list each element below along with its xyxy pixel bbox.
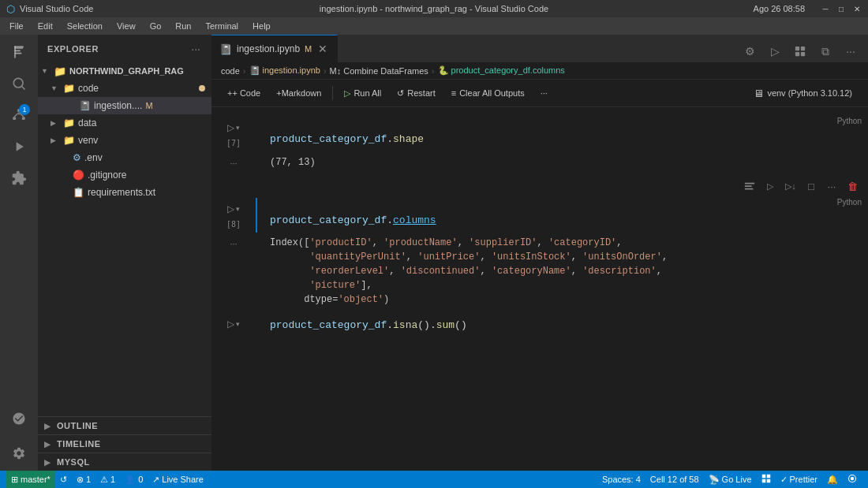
cell-3-run-area: ▷ ▾ product_category_df.isna().sum() xyxy=(211,313,868,338)
errors-status[interactable]: ⊗ 1 xyxy=(72,471,95,488)
menu-selection[interactable]: Selection xyxy=(61,20,109,32)
variables-button[interactable] xyxy=(789,40,811,62)
tree-code-folder[interactable]: ▼ 📁 code xyxy=(38,80,211,97)
run-all-button[interactable]: ▷ Run All xyxy=(338,84,387,102)
svg-rect-1 xyxy=(14,47,24,48)
cell-3: ▷ ▾ product_category_df.isna().sum() xyxy=(211,313,868,338)
warning-icon: ⚠ xyxy=(100,475,108,485)
bell-icon: 🔔 xyxy=(827,475,838,485)
more-toolbar-button[interactable]: ··· xyxy=(534,84,554,102)
menu-run[interactable]: Run xyxy=(169,20,197,32)
cell-run-below-button[interactable]: ▷↓ xyxy=(781,177,800,196)
timeline-header[interactable]: ▶ TIMELINE xyxy=(38,435,211,453)
menu-view[interactable]: View xyxy=(110,20,142,32)
remote-status[interactable]: ⊞ master* xyxy=(6,471,55,488)
broadcast-status[interactable] xyxy=(843,471,862,488)
activity-run-debug[interactable] xyxy=(5,132,33,161)
cell-position-status[interactable]: Cell 12 of 58 xyxy=(645,471,704,488)
vscode-icon: ⬡ xyxy=(6,3,15,15)
menu-edit[interactable]: Edit xyxy=(32,20,59,32)
activity-explorer[interactable] xyxy=(5,38,33,66)
activity-search[interactable] xyxy=(5,69,33,98)
cell-2-code[interactable]: product_category_df.columns xyxy=(264,208,868,233)
statusbar-left: ⊞ master* ↺ ⊗ 1 ⚠ 1 👤 0 ↗ Live Share xyxy=(6,471,208,488)
close-button[interactable]: ✕ xyxy=(852,4,862,13)
tree-env-file[interactable]: ⚙ .env xyxy=(38,149,211,166)
svg-rect-7 xyxy=(795,47,799,50)
cell-more-button[interactable]: ··· xyxy=(822,177,841,196)
kernel-selector[interactable]: 🖥 venv (Python 3.10.12) xyxy=(747,86,859,101)
add-markdown-button[interactable]: + Markdown xyxy=(270,84,327,102)
cell-format-button[interactable] xyxy=(740,177,759,196)
svg-rect-11 xyxy=(761,475,765,479)
tree-ingestion-file[interactable]: 📓 ingestion.... M xyxy=(38,97,211,114)
tree-data-folder[interactable]: ▶ 📁 data xyxy=(38,114,211,132)
titlebar: ⬡ Visual Studio Code ingestion.ipynb - n… xyxy=(0,0,868,17)
warnings-status[interactable]: ⚠ 1 xyxy=(95,471,120,488)
clear-all-outputs-button[interactable]: ≡ Clear All Outputs xyxy=(445,84,531,102)
breadcrumb-code[interactable]: code xyxy=(221,66,240,76)
tree-venv-folder[interactable]: ▶ 📁 venv xyxy=(38,132,211,149)
cell-3-run-button[interactable]: ▷ ▾ xyxy=(226,316,241,332)
breadcrumb-file[interactable]: 📓ingestion.ipynb xyxy=(249,65,320,76)
broadcast-icon xyxy=(847,474,857,485)
run-all-play-icon: ▷ xyxy=(344,88,350,99)
maximize-button[interactable]: □ xyxy=(836,4,846,13)
cell-2-lang: Python xyxy=(264,198,868,207)
toolbar-separator-1 xyxy=(332,86,333,100)
breadcrumb: code › 📓ingestion.ipynb › M↕Combine Data… xyxy=(211,62,868,80)
add-code-button[interactable]: + + Code xyxy=(221,84,267,102)
menu-terminal[interactable]: Terminal xyxy=(200,20,245,32)
breadcrumb-section[interactable]: M↕Combine DataFrames xyxy=(330,66,428,76)
tab-modified-indicator: M xyxy=(305,44,312,54)
tab-close-button[interactable]: ✕ xyxy=(316,43,329,55)
extensions-live-status[interactable] xyxy=(757,471,776,488)
spaces-status[interactable]: Spaces: 4 xyxy=(597,471,645,488)
sync-status[interactable]: ↺ xyxy=(55,471,72,488)
tab-file-icon: 📓 xyxy=(219,43,232,55)
svg-point-6 xyxy=(22,117,25,120)
activity-remote[interactable] xyxy=(5,404,33,433)
cell-expand-button[interactable]: □ xyxy=(802,177,821,196)
notebook-settings-button[interactable]: ⚙ xyxy=(739,40,761,62)
tree-gitignore-file[interactable]: 🔴 .gitignore xyxy=(38,166,211,184)
split-editor-button[interactable]: ⧉ xyxy=(814,40,836,62)
tree-root-folder[interactable]: ▼ 📁 NORTHWIND_GRAPH_RAG xyxy=(38,62,211,80)
cell-3-code[interactable]: product_category_df.isna().sum() xyxy=(264,313,868,338)
kernel-icon: 🖥 xyxy=(754,88,764,99)
cell-delete-button[interactable]: 🗑 xyxy=(843,177,862,196)
menu-file[interactable]: File xyxy=(3,20,30,32)
cell-2-run-button[interactable]: ▷ ▾ xyxy=(226,201,241,217)
breadcrumb-symbol[interactable]: 🐍product_category_df.columns xyxy=(438,65,565,76)
prettier-status[interactable]: ✓ Prettier xyxy=(776,471,822,488)
tree-requirements-file[interactable]: 📋 requirements.txt xyxy=(38,184,211,201)
go-live-status[interactable]: 📡 Go Live xyxy=(704,471,757,488)
cell-3-gutter: ▷ ▾ xyxy=(211,313,256,332)
cell-1-code[interactable]: product_category_df.shape xyxy=(264,127,868,152)
restart-button[interactable]: ↺ Restart xyxy=(391,84,441,102)
liveshare-status[interactable]: ↗ Live Share xyxy=(148,471,208,488)
cell-run-above-button[interactable]: ▷ xyxy=(761,177,780,196)
sidebar-actions: ··· xyxy=(189,41,202,57)
notifications-status[interactable]: 🔔 xyxy=(822,471,843,488)
activity-extensions[interactable] xyxy=(5,164,33,192)
tab-bar: 📓 ingestion.ipynb M ✕ ⚙ ▷ ⧉ ··· xyxy=(211,35,868,62)
cell-1-number: [7] xyxy=(226,139,241,147)
mysql-header[interactable]: ▶ MYSQL xyxy=(38,453,211,471)
cell-2-output-gutter: ··· xyxy=(211,233,256,248)
outline-header[interactable]: ▶ OUTLINE xyxy=(38,417,211,434)
activity-settings[interactable] xyxy=(5,439,33,468)
more-actions-button[interactable]: ··· xyxy=(840,40,862,62)
menu-go[interactable]: Go xyxy=(144,20,168,32)
requirements-file-label: requirements.txt xyxy=(88,187,155,198)
run-all-cells-button[interactable]: ▷ xyxy=(764,40,786,62)
info-status[interactable]: 👤 0 xyxy=(120,471,148,488)
sidebar-more-button[interactable]: ··· xyxy=(189,41,202,57)
activity-source-control[interactable]: 1 xyxy=(5,101,33,129)
tab-label: ingestion.ipynb xyxy=(237,43,300,54)
cell-1-run-button[interactable]: ▷ ▾ xyxy=(226,120,241,136)
minimize-button[interactable]: ─ xyxy=(821,4,830,13)
tab-ingestion[interactable]: 📓 ingestion.ipynb M ✕ xyxy=(211,35,338,62)
menu-help[interactable]: Help xyxy=(246,20,277,32)
notebook-content[interactable]: ▷ ▾ [7] Python product_category_df.shape xyxy=(211,107,868,471)
